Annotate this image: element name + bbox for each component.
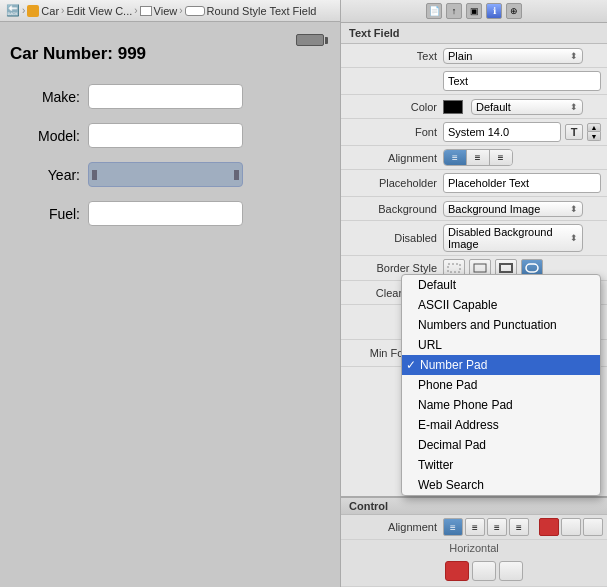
plus-icon[interactable]: ⊕	[506, 3, 522, 19]
control-alignment-row: Alignment ≡ ≡ ≡ ≡	[341, 515, 607, 540]
canvas-area: Car Number: 999 Make: Model: Year: Fuel:	[0, 22, 340, 587]
dropdown-item-twitter[interactable]: Twitter	[402, 455, 600, 475]
control-align-center[interactable]: ≡	[465, 518, 485, 536]
svg-rect-1	[474, 264, 486, 272]
battery-icon	[296, 34, 324, 46]
text-label: Text	[347, 50, 437, 62]
disabled-label: Disabled	[347, 232, 437, 244]
font-row: Font T ▲ ▼	[341, 119, 607, 146]
xcode-icon	[27, 5, 39, 17]
inspector-content: Text Plain ⬍ Color Default ⬍	[341, 44, 607, 587]
checkmark-icon: ✓	[406, 358, 416, 372]
background-select[interactable]: Background Image ⬍	[443, 201, 583, 217]
control-align-stretch[interactable]: ≡	[487, 518, 507, 536]
font-label: Font	[347, 126, 437, 138]
file-icon[interactable]: 📄	[426, 3, 442, 19]
dropdown-item-name-phone-pad[interactable]: Name Phone Pad	[402, 395, 600, 415]
horizontal-label: Horizontal	[341, 540, 607, 556]
control-align-right[interactable]: ≡	[509, 518, 529, 536]
text-select-value: Plain	[448, 50, 472, 62]
breadcrumb-textfield-icon	[185, 6, 205, 16]
control-align-left[interactable]: ≡	[443, 518, 463, 536]
control-section: Control Alignment ≡ ≡ ≡ ≡ Horizo	[341, 496, 607, 587]
text-select-arrow: ⬍	[570, 51, 578, 61]
dropdown-item-numbers[interactable]: Numbers and Punctuation	[402, 315, 600, 335]
alignment-segmented: ≡ ≡ ≡	[443, 149, 513, 166]
control-alignment-label: Alignment	[347, 521, 437, 533]
dropdown-item-ascii[interactable]: ASCII Capable	[402, 295, 600, 315]
dropdown-item-number-pad[interactable]: ✓Number Pad	[402, 355, 600, 375]
fuel-input[interactable]	[88, 201, 243, 226]
breadcrumb-textfield[interactable]: Round Style Text Field	[207, 5, 317, 17]
breadcrumb-editview[interactable]: Edit View C...	[66, 5, 132, 17]
disabled-row: Disabled Disabled Background Image ⬍	[341, 221, 607, 256]
font-stepper-up[interactable]: ▲	[587, 123, 601, 132]
background-row: Background Background Image ⬍	[341, 197, 607, 221]
year-label: Year:	[10, 167, 80, 183]
vertical-align-mid[interactable]	[472, 561, 496, 581]
align-center[interactable]: ≡	[467, 150, 490, 165]
keyboard-dropdown[interactable]: Default ASCII Capable Numbers and Punctu…	[401, 274, 601, 496]
font-T-button[interactable]: T	[565, 124, 583, 140]
color-select[interactable]: Default ⬍	[471, 99, 583, 115]
breadcrumb-view[interactable]: View	[154, 5, 178, 17]
header-icon-bar: 📄 ↑ ▣ ℹ ⊕	[341, 0, 607, 23]
dropdown-item-default[interactable]: Default	[402, 275, 600, 295]
control-alignment-icons: ≡ ≡ ≡ ≡	[443, 518, 603, 536]
color-swatch[interactable]	[443, 100, 463, 114]
text-select[interactable]: Plain ⬍	[443, 48, 583, 64]
color-row: Color Default ⬍	[341, 95, 607, 119]
control-align-bl[interactable]	[583, 518, 603, 536]
disabled-select-value: Disabled Background Image	[448, 226, 566, 250]
svg-rect-0	[448, 264, 460, 272]
model-input[interactable]	[88, 123, 243, 148]
placeholder-label: Placeholder	[347, 177, 437, 189]
fuel-row: Fuel:	[10, 201, 330, 226]
border-style-label: Border Style	[347, 262, 437, 274]
background-select-value: Background Image	[448, 203, 540, 215]
disabled-select-arrow: ⬍	[570, 233, 578, 243]
breadcrumb-view-icon	[140, 6, 152, 16]
placeholder-input[interactable]	[443, 173, 601, 193]
make-input[interactable]	[88, 84, 243, 109]
inspector-title: Text Field	[341, 23, 607, 44]
vertical-alignment-row	[341, 556, 607, 587]
vertical-alignment-icons	[443, 559, 525, 583]
breadcrumb-car[interactable]: Car	[41, 5, 59, 17]
vertical-align-top[interactable]	[445, 561, 469, 581]
dropdown-item-web-search[interactable]: Web Search	[402, 475, 600, 495]
make-label: Make:	[10, 89, 80, 105]
font-input[interactable]	[443, 122, 561, 142]
color-select-value: Default	[476, 101, 511, 113]
align-right[interactable]: ≡	[490, 150, 512, 165]
control-header: Control	[341, 498, 607, 515]
control-align-tl[interactable]	[539, 518, 559, 536]
text-value-input[interactable]	[443, 71, 601, 91]
year-input[interactable]	[88, 162, 243, 187]
model-label: Model:	[10, 128, 80, 144]
breadcrumb-item-1: 🔙	[6, 4, 20, 17]
vertical-align-bottom[interactable]	[499, 561, 523, 581]
model-row: Model:	[10, 123, 330, 148]
control-align-tr[interactable]	[561, 518, 581, 536]
dropdown-item-email[interactable]: E-mail Address	[402, 415, 600, 435]
breadcrumb: 🔙 › Car › Edit View C... › View › Round …	[0, 0, 340, 22]
color-label: Color	[347, 101, 437, 113]
text-row: Text Plain ⬍	[341, 44, 607, 68]
upload-icon[interactable]: ↑	[446, 3, 462, 19]
svg-rect-3	[526, 264, 538, 272]
color-select-arrow: ⬍	[570, 102, 578, 112]
window-icon[interactable]: ▣	[466, 3, 482, 19]
car-number-label: Car Number: 999	[10, 44, 330, 64]
dropdown-item-url[interactable]: URL	[402, 335, 600, 355]
font-stepper-down[interactable]: ▼	[587, 132, 601, 141]
disabled-select[interactable]: Disabled Background Image ⬍	[443, 224, 583, 252]
alignment-row: Alignment ≡ ≡ ≡	[341, 146, 607, 170]
background-label: Background	[347, 203, 437, 215]
background-select-arrow: ⬍	[570, 204, 578, 214]
placeholder-row: Placeholder	[341, 170, 607, 197]
info-icon[interactable]: ℹ	[486, 3, 502, 19]
align-left[interactable]: ≡	[444, 150, 467, 165]
dropdown-item-decimal-pad[interactable]: Decimal Pad	[402, 435, 600, 455]
dropdown-item-phone-pad[interactable]: Phone Pad	[402, 375, 600, 395]
